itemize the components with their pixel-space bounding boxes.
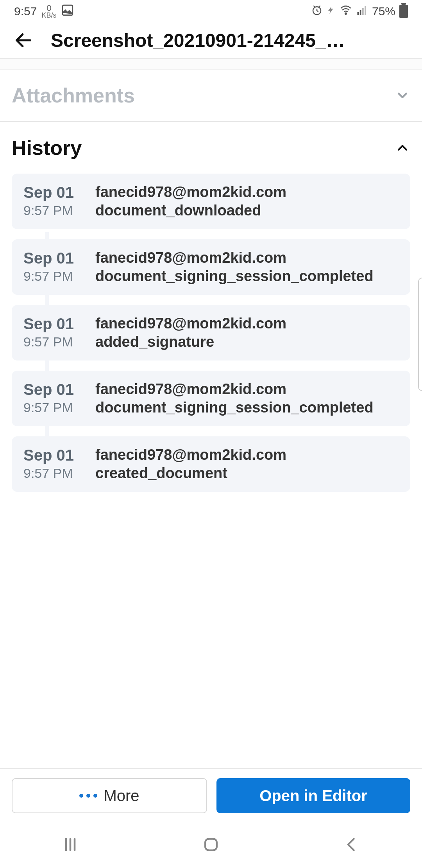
history-email: fanecid978@mom2kid.com [95,184,399,201]
history-email: fanecid978@mom2kid.com [95,381,399,398]
chevron-down-icon [395,88,410,103]
more-label: More [104,787,139,805]
bottom-bar: More Open in Editor [0,768,422,821]
history-date: Sep 01 [23,315,81,333]
network-speed: 0 KB/s [41,4,56,18]
history-time: 9:57 PM [23,269,81,284]
recents-button[interactable] [59,833,82,856]
attachments-section[interactable]: Attachments [0,70,422,121]
history-detail: fanecid978@mom2kid.com document_signing_… [95,249,399,285]
back-button[interactable] [12,29,35,52]
history-item[interactable]: Sep 01 9:57 PM fanecid978@mom2kid.com do… [12,239,410,295]
history-date: Sep 01 [23,381,81,398]
history-detail: fanecid978@mom2kid.com created_document [95,447,399,482]
history-datetime: Sep 01 9:57 PM [23,184,81,219]
history-action: created_document [95,465,399,482]
app-header: Screenshot_20210901-214245_… [0,23,422,58]
attachments-label: Attachments [12,84,135,107]
history-list: Sep 01 9:57 PM fanecid978@mom2kid.com do… [0,174,422,508]
history-item[interactable]: Sep 01 9:57 PM fanecid978@mom2kid.com cr… [12,436,410,492]
home-button[interactable] [199,833,223,856]
history-email: fanecid978@mom2kid.com [95,315,399,332]
history-action: document_signing_session_completed [95,399,399,416]
svg-rect-4 [360,10,361,15]
nav-back-button[interactable] [340,833,363,856]
svg-rect-3 [357,12,359,15]
history-time: 9:57 PM [23,400,81,415]
history-datetime: Sep 01 9:57 PM [23,447,81,482]
history-date: Sep 01 [23,249,81,267]
page-title: Screenshot_20210901-214245_… [51,30,410,51]
status-left: 9:57 0 KB/s [14,4,74,20]
history-label: History [12,136,82,160]
history-item[interactable]: Sep 01 9:57 PM fanecid978@mom2kid.com ad… [12,305,410,360]
history-item[interactable]: Sep 01 9:57 PM fanecid978@mom2kid.com do… [12,174,410,229]
bolt-icon [327,4,335,19]
status-time: 9:57 [14,5,37,18]
history-detail: fanecid978@mom2kid.com added_signature [95,315,399,350]
history-time: 9:57 PM [23,334,81,350]
history-detail: fanecid978@mom2kid.com document_signing_… [95,381,399,416]
svg-rect-5 [362,8,364,15]
history-action: added_signature [95,334,399,350]
history-action: document_signing_session_completed [95,268,399,285]
chevron-up-icon [395,140,410,156]
image-icon [61,4,74,20]
history-datetime: Sep 01 9:57 PM [23,381,81,416]
system-nav-bar [0,821,422,868]
open-editor-button[interactable]: Open in Editor [216,778,410,813]
more-dots-icon [79,794,97,798]
wifi-icon [339,4,352,19]
status-bar: 9:57 0 KB/s 75% [0,0,422,23]
history-detail: fanecid978@mom2kid.com document_download… [95,184,399,219]
history-datetime: Sep 01 9:57 PM [23,249,81,285]
history-email: fanecid978@mom2kid.com [95,249,399,266]
battery-text: 75% [372,5,395,18]
scroll-handle[interactable] [418,278,422,391]
history-time: 9:57 PM [23,203,81,218]
signal-icon [356,4,368,19]
more-button[interactable]: More [12,778,207,813]
status-right: 75% [311,4,408,19]
svg-rect-6 [365,6,366,15]
history-item[interactable]: Sep 01 9:57 PM fanecid978@mom2kid.com do… [12,371,410,426]
history-date: Sep 01 [23,184,81,201]
history-datetime: Sep 01 9:57 PM [23,315,81,350]
history-time: 9:57 PM [23,466,81,481]
battery-icon [399,5,408,18]
open-editor-label: Open in Editor [259,787,367,805]
alarm-icon [311,4,323,19]
history-email: fanecid978@mom2kid.com [95,447,399,463]
history-date: Sep 01 [23,447,81,464]
section-gap [0,59,422,70]
history-section[interactable]: History [0,122,422,174]
svg-point-2 [345,13,347,14]
history-action: document_downloaded [95,202,399,219]
svg-rect-10 [205,839,216,850]
spacer [0,508,422,768]
